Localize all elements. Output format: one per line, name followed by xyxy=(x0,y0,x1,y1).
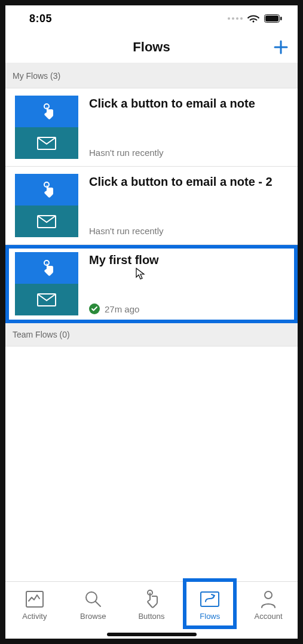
plus-icon xyxy=(273,39,289,56)
tab-label: Browse xyxy=(80,612,106,621)
tab-bar: Activity Browse Buttons Flows Account xyxy=(5,581,298,628)
wifi-icon xyxy=(247,14,259,23)
tab-browse[interactable]: Browse xyxy=(64,582,123,628)
activity-icon xyxy=(25,589,44,609)
account-icon xyxy=(260,589,277,609)
tab-label: Activity xyxy=(22,612,47,621)
mail-icon xyxy=(15,127,78,159)
home-indicator[interactable] xyxy=(107,633,197,636)
flow-title: My first flow xyxy=(89,253,290,267)
flow-icon-stack xyxy=(15,252,78,315)
touch-icon xyxy=(15,252,78,284)
section-header-team-flows: Team Flows (0) xyxy=(5,323,298,346)
mail-icon xyxy=(15,284,78,315)
flow-status-text: Hasn't run recently xyxy=(89,226,164,236)
flow-icon-stack xyxy=(15,96,78,159)
tab-flows[interactable]: Flows xyxy=(180,582,239,628)
svg-rect-2 xyxy=(280,17,282,20)
flows-icon xyxy=(200,589,220,609)
flow-item[interactable]: Click a button to email a note Hasn't ru… xyxy=(5,88,298,167)
success-check-icon xyxy=(89,303,100,314)
flow-status-text: Hasn't run recently xyxy=(89,148,164,158)
flow-icon-stack xyxy=(15,174,78,237)
touch-icon xyxy=(15,174,78,206)
section-header-my-flows: My Flows (3) xyxy=(5,63,298,88)
flow-item[interactable]: My first flow 27m ago xyxy=(5,245,298,323)
flow-text: My first flow 27m ago xyxy=(89,252,290,315)
tab-activity[interactable]: Activity xyxy=(5,582,64,628)
device-frame: 8:05 Flows My Flows (3) xyxy=(5,5,298,639)
flow-status: Hasn't run recently xyxy=(89,148,290,159)
status-time: 8:05 xyxy=(29,13,52,25)
mail-icon xyxy=(15,206,78,237)
touch-icon xyxy=(143,589,159,609)
tab-label: Account xyxy=(255,612,283,621)
cellular-dots-icon xyxy=(228,17,243,20)
flow-status-text: 27m ago xyxy=(105,304,139,314)
status-bar: 8:05 xyxy=(5,5,298,32)
touch-icon xyxy=(15,96,78,127)
flow-status: Hasn't run recently xyxy=(89,226,290,237)
tab-label: Flows xyxy=(200,612,220,621)
search-icon xyxy=(84,589,102,609)
add-flow-button[interactable] xyxy=(273,39,289,56)
flow-status: 27m ago xyxy=(89,303,290,315)
status-right xyxy=(228,14,282,23)
flow-title: Click a button to email a note xyxy=(89,97,290,111)
flow-item[interactable]: Click a button to email a note - 2 Hasn'… xyxy=(5,167,298,245)
svg-point-13 xyxy=(265,591,272,599)
tab-buttons[interactable]: Buttons xyxy=(123,582,181,628)
svg-rect-1 xyxy=(265,16,278,22)
flow-title: Click a button to email a note - 2 xyxy=(89,175,290,189)
flow-text: Click a button to email a note Hasn't ru… xyxy=(89,96,290,159)
tab-account[interactable]: Account xyxy=(239,582,298,628)
tab-label: Buttons xyxy=(138,612,164,621)
flow-text: Click a button to email a note - 2 Hasn'… xyxy=(89,174,290,237)
battery-icon xyxy=(264,14,282,23)
page-title: Flows xyxy=(133,39,170,55)
nav-header: Flows xyxy=(5,32,298,63)
